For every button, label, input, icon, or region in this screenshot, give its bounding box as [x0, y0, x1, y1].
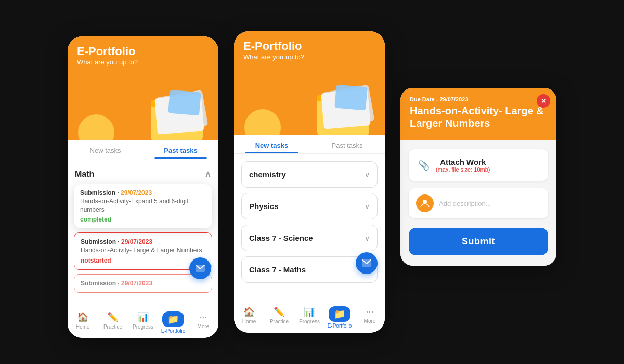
left-tabs: New tasks Past tasks	[68, 140, 218, 159]
task-status: notstarted	[81, 257, 205, 264]
task-item[interactable]: Submission · 29/07/2023 Hands-on-Activit…	[74, 184, 212, 228]
task-name: Hands-on-Activity- Large & Larger Number…	[81, 246, 205, 255]
more-icon: ···	[366, 306, 373, 317]
nav-progress-center[interactable]: 📊 Progress	[294, 306, 324, 329]
email-fab-center[interactable]	[356, 252, 378, 274]
tab-past-tasks-left[interactable]: Past tasks	[143, 140, 218, 159]
section-chevron-up[interactable]: ∧	[204, 168, 211, 180]
nav-practice-center[interactable]: ✏️ Practice	[264, 306, 294, 329]
center-tabs: New tasks Past tasks	[234, 135, 385, 154]
task-date: Submission · 29/07/2023	[81, 280, 205, 287]
nav-progress-left[interactable]: 📊 Progress	[128, 311, 158, 334]
center-card-body: chemistry ∨ Physics ∨ Class 7 - Science …	[234, 154, 385, 303]
task-item[interactable]: Submission · 29/07/2023	[74, 274, 212, 293]
nav-more-center[interactable]: ··· More	[355, 306, 385, 329]
attach-work-button[interactable]: 📎 Attach Work (max. file size: 10mb)	[409, 149, 548, 181]
center-header: E-Portfolio What are you up to?	[234, 31, 385, 135]
scene: E-Portfolio What are you up to? New task…	[0, 0, 624, 364]
progress-icon: 📊	[137, 311, 149, 323]
center-app-subtitle: What are you up to?	[243, 53, 375, 61]
task-date: Submission · 29/07/2023	[81, 238, 205, 245]
left-app-title: E-Portfolio	[77, 46, 209, 57]
description-row: Add description...	[409, 188, 548, 218]
nav-home-left[interactable]: 🏠 Home	[68, 311, 98, 334]
more-icon: ···	[199, 311, 207, 322]
svg-point-12	[423, 200, 427, 204]
subject-chemistry[interactable]: chemistry ∨	[241, 161, 378, 188]
task-status: completed	[80, 216, 206, 223]
paperclip-icon: 📎	[418, 160, 430, 171]
svg-rect-10	[334, 84, 368, 110]
home-icon: 🏠	[77, 311, 88, 323]
modal-title: Hands-on-Activity- Large & Larger Number…	[410, 105, 547, 129]
nav-practice-left[interactable]: ✏️ Practice	[98, 311, 128, 334]
tab-new-tasks-center[interactable]: New tasks	[234, 135, 309, 153]
tab-new-tasks-left[interactable]: New tasks	[68, 140, 143, 159]
email-fab[interactable]	[189, 257, 211, 279]
subject-science[interactable]: Class 7 - Science ∨	[241, 225, 378, 251]
attach-subtext: (max. file size: 10mb)	[436, 166, 490, 173]
description-placeholder[interactable]: Add description...	[439, 200, 541, 207]
nav-home-center[interactable]: 🏠 Home	[234, 306, 264, 329]
left-header: E-Portfolio What are you up to?	[68, 36, 218, 140]
modal-card: Due Date - 29/07/2023 Hands-on-Activity-…	[400, 88, 556, 266]
practice-icon: ✏️	[107, 311, 119, 323]
home-icon: 🏠	[243, 306, 255, 318]
left-app-subtitle: What are you up to?	[77, 58, 209, 66]
task-section-header: Math ∧	[74, 164, 212, 184]
eportfolio-icon: 📁	[167, 314, 179, 324]
task-name: Hands-on-Activity-Expand 5 and 6-digit n…	[80, 198, 206, 214]
center-bottom-nav: 🏠 Home ✏️ Practice 📊 Progress 📁 E-Portfo…	[234, 303, 385, 333]
eportfolio-icon: 📁	[334, 309, 345, 319]
tab-past-tasks-center[interactable]: Past tasks	[309, 135, 385, 153]
left-card-body: Math ∧ Submission · 29/07/2023 Hands-on-…	[68, 159, 218, 308]
nav-eportfolio-center[interactable]: 📁 E-Portfolio	[324, 306, 355, 329]
chevron-icon: ∨	[365, 234, 370, 242]
center-phone: E-Portfolio What are you up to? New task…	[234, 31, 385, 333]
modal-body: 📎 Attach Work (max. file size: 10mb) Add…	[400, 140, 556, 266]
chevron-icon: ∨	[365, 202, 370, 211]
practice-icon: ✏️	[274, 306, 285, 318]
submit-button[interactable]: Submit	[409, 228, 548, 255]
nav-more-left[interactable]: ··· More	[188, 311, 218, 334]
avatar	[416, 194, 434, 212]
subject-physics[interactable]: Physics ∨	[241, 193, 378, 219]
modal-close-button[interactable]: ✕	[537, 94, 550, 108]
modal-header: Due Date - 29/07/2023 Hands-on-Activity-…	[400, 88, 556, 140]
chevron-icon: ∨	[365, 171, 370, 179]
left-phone: E-Portfolio What are you up to? New task…	[68, 36, 218, 338]
svg-rect-4	[168, 89, 201, 115]
task-date: Submission · 29/07/2023	[80, 189, 206, 197]
nav-eportfolio-left[interactable]: 📁 E-Portfolio	[158, 311, 188, 334]
modal-due-date: Due Date - 29/07/2023	[410, 96, 547, 102]
progress-icon: 📊	[304, 306, 315, 318]
left-bottom-nav: 🏠 Home ✏️ Practice 📊 Progress 📁 E-Portfo…	[68, 308, 218, 338]
attach-label: Attach Work	[436, 158, 490, 166]
center-app-title: E-Portfolio	[243, 41, 375, 52]
